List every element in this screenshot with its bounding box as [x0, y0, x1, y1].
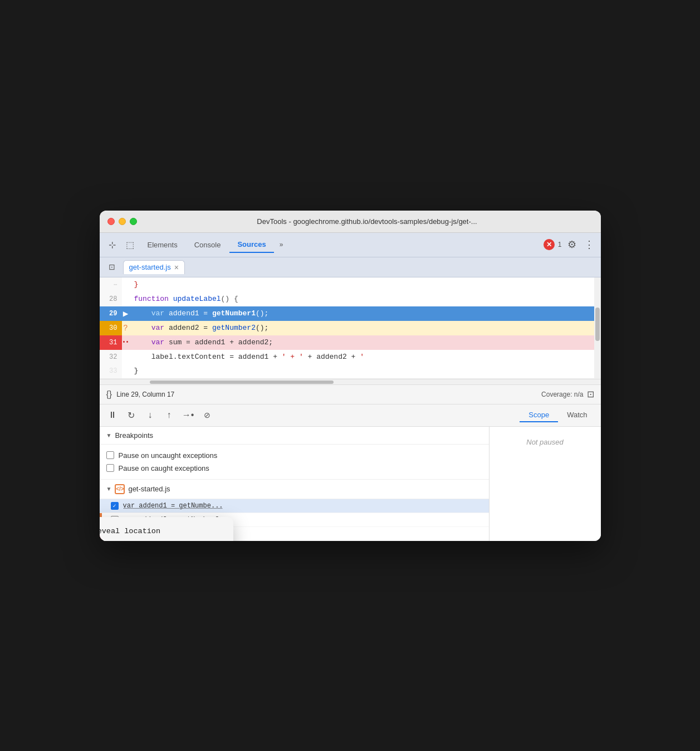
- ctx-reveal-location[interactable]: Reveal location: [100, 523, 233, 540]
- code-vscroll-thumb[interactable]: [595, 308, 600, 341]
- code-line-33: 33 }: [100, 364, 601, 379]
- line-number-33: 33: [100, 364, 122, 378]
- code-text-30: var addend2 = getNumber2();: [130, 321, 269, 335]
- line-bp-32[interactable]: [122, 350, 130, 364]
- more-menu-button[interactable]: ⋮: [582, 236, 596, 253]
- step-into-button[interactable]: ↓: [142, 407, 159, 423]
- cursor-position: Line 29, Column 17: [116, 391, 174, 398]
- pause-resume-button[interactable]: ⏸: [104, 407, 121, 423]
- breakpoints-section-header[interactable]: ▼ Breakpoints: [100, 427, 489, 445]
- pause-caught-option[interactable]: Pause on caught exceptions: [106, 462, 482, 475]
- devtools-window: DevTools - googlechrome.github.io/devtoo…: [100, 211, 601, 541]
- tab-scope[interactable]: Scope: [520, 408, 558, 422]
- step-button[interactable]: →•: [180, 407, 197, 423]
- line-number-27: ⋯: [100, 277, 122, 292]
- debug-toolbar: ⏸ ↻ ↓ ↑ →• ⊘ Scope Watch: [100, 404, 601, 427]
- statusbar: {} Line 29, Column 17 Coverage: n/a ⊡: [100, 384, 601, 404]
- code-line-30: 30 ? var addend2 = getNumber2();: [100, 321, 601, 335]
- coverage-area: Coverage: n/a ⊡: [541, 389, 594, 399]
- code-text-29: var addend1 = getNumber1();: [130, 306, 269, 321]
- breakpoints-panel: ▼ Breakpoints Pause on uncaught exceptio…: [100, 427, 489, 541]
- line-number-31: 31: [100, 335, 122, 350]
- code-line-29: 29 ▶ var addend1 = getNumber1();: [100, 306, 601, 321]
- window-title: DevTools - googlechrome.github.io/devtoo…: [141, 217, 593, 226]
- coverage-icon[interactable]: ⊡: [587, 389, 594, 399]
- error-count: 1: [558, 241, 562, 248]
- breakpoints-chevron-icon: ▼: [106, 432, 112, 438]
- tab-console[interactable]: Console: [187, 237, 229, 252]
- tab-elements[interactable]: Elements: [140, 237, 185, 252]
- step-over-button[interactable]: ↻: [123, 407, 140, 423]
- tabbar-right: ✕ 1 ⚙ ⋮: [544, 236, 596, 253]
- code-text-27: }: [130, 277, 139, 292]
- pause-caught-label: Pause on caught exceptions: [119, 464, 209, 472]
- minimize-button[interactable]: [119, 218, 126, 225]
- tab-sources[interactable]: Sources: [229, 237, 273, 253]
- bp-check-1[interactable]: [111, 502, 119, 510]
- pause-uncaught-label: Pause on uncaught exceptions: [119, 451, 218, 460]
- code-text-31: var sum = addend1 + addend2;: [130, 335, 273, 350]
- pause-uncaught-checkbox[interactable]: [106, 451, 114, 459]
- line-number-30: 30: [100, 321, 122, 335]
- bp-entry-1[interactable]: var addend1 = getNumbe... Reveal locatio…: [100, 499, 489, 513]
- pause-uncaught-option[interactable]: Pause on uncaught exceptions: [106, 449, 482, 462]
- settings-button[interactable]: ⚙: [565, 236, 579, 253]
- code-text-32: label.textContent = addend1 + ' + ' + ad…: [130, 350, 365, 364]
- close-button[interactable]: [107, 218, 115, 225]
- debug-tabs: Scope Watch: [520, 408, 596, 422]
- code-line-28: 28 function updateLabel() {: [100, 292, 601, 306]
- line-number-29: 29: [100, 306, 122, 321]
- file-tab-close-button[interactable]: ×: [174, 263, 179, 272]
- file-bp-name: get-started.js: [128, 485, 170, 493]
- code-editor[interactable]: ⋯ } 28 function updateLabel() { 29 ▶ var…: [100, 277, 601, 379]
- code-text-33: }: [130, 364, 139, 378]
- scope-panel: Not paused: [489, 427, 601, 541]
- maximize-button[interactable]: [130, 218, 137, 225]
- step-out-button[interactable]: ↑: [161, 407, 178, 423]
- ctx-group-1: Reveal location Edit condition: [100, 520, 233, 541]
- bp-options: Pause on uncaught exceptions Pause on ca…: [100, 445, 489, 480]
- code-horizontal-scrollbar[interactable]: [100, 379, 601, 384]
- format-icon[interactable]: {}: [106, 389, 112, 399]
- file-tab-name: get-started.js: [129, 263, 171, 271]
- not-paused-text: Not paused: [489, 427, 601, 457]
- traffic-lights: [107, 218, 137, 225]
- tab-watch[interactable]: Watch: [558, 408, 596, 422]
- js-file-icon: </>: [115, 484, 125, 494]
- bp-text-1: var addend1 = getNumbe...: [123, 502, 223, 510]
- line-bp-29[interactable]: ▶: [122, 306, 130, 321]
- line-bp-31[interactable]: ••: [122, 335, 130, 350]
- breakpoints-title: Breakpoints: [115, 431, 153, 440]
- coverage-label: Coverage: n/a: [541, 391, 583, 398]
- device-icon[interactable]: ⬚: [122, 236, 139, 253]
- more-tabs-button[interactable]: »: [276, 238, 287, 251]
- code-line-31: 31 •• var sum = addend1 + addend2;: [100, 335, 601, 350]
- inspect-icon[interactable]: ⊹: [104, 236, 121, 253]
- code-line-27: ⋯ }: [100, 277, 601, 292]
- sidebar-toggle-button[interactable]: ⊡: [104, 259, 120, 275]
- line-bp-30[interactable]: ?: [122, 321, 130, 335]
- code-vertical-scrollbar[interactable]: [594, 277, 601, 379]
- main-content: ▼ Breakpoints Pause on uncaught exceptio…: [100, 427, 601, 541]
- context-menu: Reveal location Edit condition Enable al…: [100, 517, 233, 541]
- file-bp-header[interactable]: ▼ </> get-started.js: [100, 480, 489, 499]
- code-line-32: 32 label.textContent = addend1 + ' + ' +…: [100, 350, 601, 364]
- file-tab-get-started[interactable]: get-started.js ×: [123, 260, 185, 274]
- line-bp-33: [122, 364, 130, 378]
- code-hscroll-thumb[interactable]: [150, 381, 334, 384]
- code-text-28: function updateLabel() {: [130, 292, 238, 306]
- deactivate-breakpoints-button[interactable]: ⊘: [199, 407, 216, 423]
- line-bp-27: [122, 277, 130, 292]
- file-bp-chevron-icon: ▼: [106, 486, 112, 492]
- error-icon: ✕: [544, 239, 555, 250]
- line-number-32: 32: [100, 350, 122, 364]
- pause-caught-checkbox[interactable]: [106, 464, 114, 472]
- line-number-28: 28: [100, 292, 122, 306]
- filetab-row: ⊡ get-started.js ×: [100, 257, 601, 277]
- line-bp-28[interactable]: [122, 292, 130, 306]
- tabbar: ⊹ ⬚ Elements Console Sources » ✕ 1 ⚙ ⋮: [100, 233, 601, 257]
- titlebar: DevTools - googlechrome.github.io/devtoo…: [100, 211, 601, 233]
